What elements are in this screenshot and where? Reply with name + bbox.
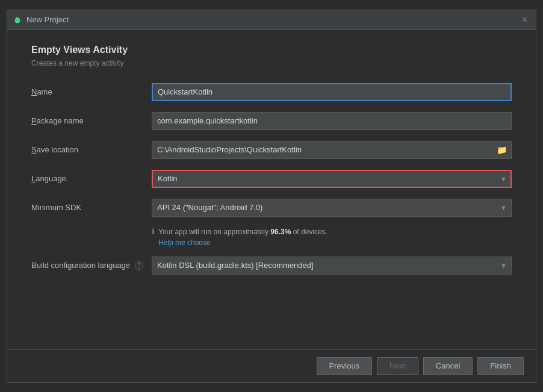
dialog-title: New Project — [26, 15, 515, 24]
sdk-info-text: Your app will run on approximately 96.3%… — [158, 226, 327, 247]
language-row: Language Kotlin Java ▼ — [31, 169, 512, 189]
name-input-wrap — [152, 83, 512, 101]
section-title: Empty Views Activity — [31, 45, 512, 55]
close-button[interactable]: × — [520, 14, 530, 26]
svg-point-3 — [16, 19, 17, 20]
android-icon — [13, 16, 22, 24]
save-location-row: Save location 📁 — [31, 140, 512, 160]
section-subtitle: Creates a new empty activity — [31, 59, 512, 67]
previous-button[interactable]: Previous — [317, 357, 373, 375]
save-location-input[interactable] — [152, 141, 512, 159]
package-name-input[interactable] — [152, 112, 512, 130]
minimum-sdk-row: Minimum SDK API 24 ("Nougat"; Android 7.… — [31, 198, 512, 218]
build-config-select[interactable]: Kotlin DSL (build.gradle.kts) [Recommend… — [152, 257, 512, 275]
build-config-select-wrap: Kotlin DSL (build.gradle.kts) [Recommend… — [152, 257, 512, 275]
dialog-footer: Previous Next Cancel Finish — [7, 349, 536, 382]
browse-folder-button[interactable]: 📁 — [494, 144, 509, 156]
name-input[interactable] — [152, 83, 512, 101]
info-icon: ℹ — [152, 227, 155, 236]
minimum-sdk-select-wrap: API 24 ("Nougat"; Android 7.0) API 21 ("… — [152, 199, 512, 217]
cancel-button[interactable]: Cancel — [423, 357, 473, 375]
info-percent: 96.3% — [270, 228, 291, 236]
build-config-row: Build configuration language ? Kotlin DS… — [31, 255, 512, 276]
info-text-suffix: of devices. — [291, 228, 327, 236]
svg-point-0 — [15, 17, 20, 23]
title-bar: New Project × — [7, 10, 536, 30]
dialog-content: Empty Views Activity Creates a new empty… — [7, 30, 536, 349]
language-select[interactable]: Kotlin Java — [152, 170, 512, 188]
info-text-prefix: Your app will run on approximately — [158, 228, 270, 236]
minimum-sdk-label: Minimum SDK — [31, 203, 152, 212]
new-project-dialog: New Project × Empty Views Activity Creat… — [7, 10, 536, 383]
build-config-label: Build configuration language ? — [31, 261, 152, 270]
help-me-choose-link[interactable]: Help me choose — [158, 238, 327, 247]
build-config-help-icon[interactable]: ? — [135, 261, 143, 270]
name-label: Name — [31, 87, 152, 96]
svg-point-4 — [18, 19, 19, 20]
sdk-info-row: ℹ Your app will run on approximately 96.… — [152, 226, 512, 247]
package-name-label: Package name — [31, 116, 152, 125]
name-row: Name — [31, 82, 512, 102]
language-label: Language — [31, 174, 152, 183]
save-location-wrap: 📁 — [152, 141, 512, 159]
minimum-sdk-select[interactable]: API 24 ("Nougat"; Android 7.0) API 21 ("… — [152, 199, 512, 217]
language-select-wrap: Kotlin Java ▼ — [152, 170, 512, 188]
package-name-input-wrap — [152, 112, 512, 130]
package-name-row: Package name — [31, 111, 512, 131]
finish-button[interactable]: Finish — [477, 357, 524, 375]
save-location-label: Save location — [31, 145, 152, 154]
next-button[interactable]: Next — [377, 357, 418, 375]
